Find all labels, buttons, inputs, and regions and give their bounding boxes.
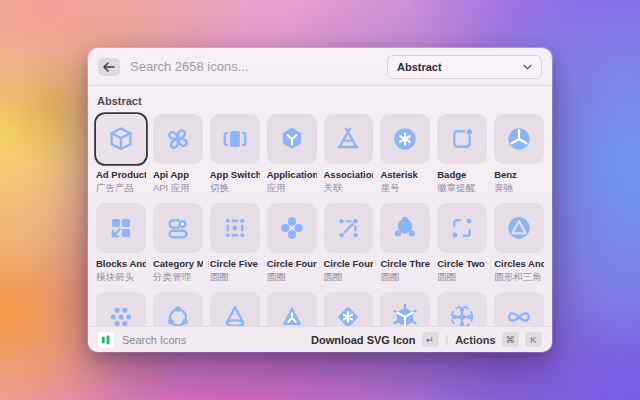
api-app-icon	[163, 124, 193, 154]
icon-cell-circle-five[interactable]: Circle Five L... 圆圈	[210, 203, 260, 284]
footer-divider: |	[446, 334, 449, 345]
icon-name-zh: 广告产品	[96, 182, 146, 195]
icon-cell-circle-four[interactable]: Circle Four 圆圈	[267, 203, 317, 284]
icon-cell-app-switch[interactable]: App Switch 切换	[210, 114, 260, 195]
icon-cell-asterisk[interactable]: Asterisk 星号	[380, 114, 430, 195]
icon-tile	[153, 114, 203, 164]
icon-tile	[267, 292, 317, 326]
icon-cell-circle-four-lines[interactable]: Circle Four... 圆圈	[324, 203, 374, 284]
icon-cell-benz[interactable]: Benz 奔驰	[494, 114, 544, 195]
diamond-asterisk-icon	[333, 302, 363, 326]
icon-cell-infinity[interactable]	[494, 292, 544, 326]
icon-cell-association[interactable]: Association 关联	[324, 114, 374, 195]
icon-tile	[96, 203, 146, 253]
asterisk-icon	[390, 124, 420, 154]
icon-tile	[324, 292, 374, 326]
icon-name-zh: 圆圈	[437, 271, 487, 284]
icon-tile	[153, 203, 203, 253]
icon-name: Benz	[494, 169, 544, 180]
icon-name-zh: 切换	[210, 182, 260, 195]
ad-product-icon	[106, 124, 136, 154]
icon-name: Ad Product	[96, 169, 146, 180]
icon-name-zh: API 应用	[153, 182, 203, 195]
icon-cell-circle-two-lines[interactable]: Circle Two L... 圆圈	[437, 203, 487, 284]
circle-two-lines-icon	[447, 213, 477, 243]
circle-four-icon	[277, 213, 307, 243]
icon-cell-cube-spikes[interactable]	[380, 292, 430, 326]
circle-three-icon	[390, 213, 420, 243]
back-button[interactable]	[98, 58, 120, 76]
k-key-badge: K	[525, 332, 542, 347]
icon-name-zh: 徽章提醒	[437, 182, 487, 195]
category-management-icon	[163, 213, 193, 243]
icon-name-zh: 分类管理	[153, 271, 203, 284]
results-area: Abstract Ad Product 广告产品	[88, 86, 552, 326]
orbit-nodes-icon	[163, 302, 193, 326]
icon-cell-circles-and-triangles[interactable]: Circles And... 圆形和三角	[494, 203, 544, 284]
circles-and-triangles-icon	[504, 213, 534, 243]
application-icon	[277, 124, 307, 154]
icon-cell-ad-product[interactable]: Ad Product 广告产品	[96, 114, 146, 195]
icon-tile	[96, 292, 146, 326]
section-header: Abstract	[97, 95, 544, 107]
icon-name: Badge	[437, 169, 487, 180]
icon-name: Category M...	[153, 258, 203, 269]
app-name: Search Icons	[122, 334, 186, 346]
icon-tile	[210, 114, 260, 164]
icon-tile	[437, 203, 487, 253]
app-switch-icon	[220, 124, 250, 154]
icon-tile	[267, 114, 317, 164]
icon-tile	[267, 203, 317, 253]
icon-cell-dots-cluster[interactable]	[96, 292, 146, 326]
icon-cell-triangle-y[interactable]	[267, 292, 317, 326]
actions-menu[interactable]: Actions	[455, 334, 495, 346]
icon-cell-diamond-asterisk[interactable]	[324, 292, 374, 326]
icon-name: Circles And...	[494, 258, 544, 269]
icon-tile	[210, 292, 260, 326]
icon-name: App Switch	[210, 169, 260, 180]
icon-name-zh: 模块箭头	[96, 271, 146, 284]
action-bar: Search Icons Download SVG Icon ↵ | Actio…	[88, 326, 552, 352]
icon-cell-application[interactable]: Application... 应用	[267, 114, 317, 195]
icon-tile	[437, 114, 487, 164]
chevron-down-icon	[523, 64, 532, 70]
cmd-key-badge: ⌘	[502, 332, 520, 347]
search-input[interactable]: Search 2658 icons...	[130, 59, 249, 74]
icon-name: Circle Four...	[324, 258, 374, 269]
benz-icon	[504, 124, 534, 154]
category-dropdown[interactable]: Abstract	[387, 55, 542, 79]
triangle-y-icon	[277, 302, 307, 326]
cube-spikes-icon	[390, 302, 420, 326]
icon-tile	[324, 203, 374, 253]
icon-name-zh: 圆圈	[210, 271, 260, 284]
enter-key-badge: ↵	[422, 332, 439, 347]
icon-name-zh: 圆形和三角	[494, 271, 544, 284]
icon-cell-api-app[interactable]: Api App API 应用	[153, 114, 203, 195]
icon-cell-badge[interactable]: Badge 徽章提醒	[437, 114, 487, 195]
circle-four-lines-icon	[333, 213, 363, 243]
icon-cell-orbit-nodes[interactable]	[153, 292, 203, 326]
icon-tile	[494, 292, 544, 326]
footer-actions: Download SVG Icon ↵ | Actions ⌘ K	[311, 332, 542, 347]
icon-name: Circle Two L...	[437, 258, 487, 269]
download-svg-action[interactable]: Download SVG Icon	[311, 334, 416, 346]
desktop-background: Search 2658 icons... Abstract Abstract	[0, 0, 640, 400]
icon-tile	[380, 203, 430, 253]
icon-tile	[153, 292, 203, 326]
dots-cluster-icon	[106, 302, 136, 326]
infinity-icon	[504, 302, 534, 326]
back-arrow-icon	[103, 62, 115, 72]
icon-name: Circle Four	[267, 258, 317, 269]
icon-name: Blocks And...	[96, 258, 146, 269]
app-logo-icon	[98, 332, 114, 348]
icon-cell-category-management[interactable]: Category M... 分类管理	[153, 203, 203, 284]
icon-cell-circle-three[interactable]: Circle Three 圆圈	[380, 203, 430, 284]
icon-tile	[380, 292, 430, 326]
icon-cell-dots-cross[interactable]	[437, 292, 487, 326]
icon-tile	[96, 114, 146, 164]
icon-name: Application...	[267, 169, 317, 180]
icon-cell-blocks-and-arrows[interactable]: Blocks And... 模块箭头	[96, 203, 146, 284]
icon-cell-cone[interactable]	[210, 292, 260, 326]
icon-tile	[494, 203, 544, 253]
icon-name: Circle Five L...	[210, 258, 260, 269]
